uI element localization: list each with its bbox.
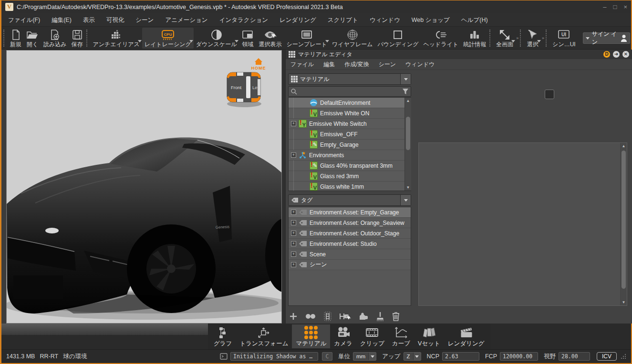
menu-help[interactable]: ヘルプ(H)	[461, 16, 488, 24]
material-row[interactable]: !V Emissive_OFF	[289, 129, 411, 140]
sceneplate-button[interactable]: シーンプレート	[284, 28, 329, 49]
icv-button[interactable]: ICV	[597, 352, 617, 361]
scroll-down-icon[interactable]: ▼	[621, 299, 627, 305]
expand-icon[interactable]: +	[291, 121, 296, 126]
material-editor-titlebar[interactable]: マテリアル エディタ D ➜ ✕	[286, 50, 632, 59]
scrollbar-thumb[interactable]	[622, 151, 626, 289]
toolbar-drag-handle[interactable]	[546, 30, 549, 47]
chevron-down-icon[interactable]	[325, 40, 329, 42]
wireframe-button[interactable]: ワイヤフレーム	[330, 28, 375, 49]
chevron-down-icon[interactable]	[537, 40, 541, 42]
region-button[interactable]: 領域	[239, 28, 256, 49]
raytracing-button[interactable]: CPU レイトレーシング	[142, 28, 194, 49]
material-row[interactable]: + !Y Emissive White Switch	[289, 119, 411, 129]
chevron-down-icon[interactable]	[235, 40, 238, 42]
expand-icon[interactable]: +	[291, 231, 296, 236]
combo-dropdown-button[interactable]	[400, 74, 411, 84]
tag-row[interactable]: + シーン	[289, 260, 411, 270]
material-row[interactable]: DefaultEnvironment	[289, 98, 411, 108]
filter-icon[interactable]	[402, 88, 409, 95]
chevron-down-icon[interactable]	[511, 40, 515, 42]
toolbar-overflow-icon[interactable]: »	[516, 36, 518, 40]
mat-menu-edit[interactable]: 編集	[323, 61, 335, 69]
module-render[interactable]: レンダリング	[444, 324, 488, 348]
scroll-up-icon[interactable]: ▲	[405, 98, 411, 104]
fcp-field[interactable]: 120000.00	[500, 352, 538, 361]
tag-row[interactable]: + Environment Asset: Studio	[289, 239, 411, 249]
mat-menu-scene[interactable]: シーン	[378, 61, 396, 69]
fullscreen-button[interactable]: 全画面	[494, 28, 516, 49]
material-row[interactable]: + Environments	[289, 150, 411, 161]
chevron-down-icon[interactable]	[368, 353, 376, 360]
scroll-down-icon[interactable]: ▼	[405, 184, 411, 191]
menu-webshop[interactable]: Web ショップ	[412, 16, 450, 24]
materials-combo[interactable]: マテリアル	[288, 73, 411, 85]
materials-scrollbar[interactable]: ▲ ▼	[404, 98, 411, 191]
materials-list[interactable]: DefaultEnvironment !V Emissive White ON …	[288, 97, 411, 191]
tags-combo[interactable]: タグ	[288, 194, 411, 206]
save-button[interactable]: 保存	[69, 28, 85, 49]
delete-material-icon[interactable]	[392, 311, 400, 322]
new-button[interactable]: 新規	[8, 28, 24, 49]
tag-row[interactable]: + Environment Asset: Outdoor_Stage	[289, 228, 411, 239]
headlight-button[interactable]: ヘッドライト	[421, 28, 461, 49]
menu-scene[interactable]: シーン	[135, 16, 154, 24]
console-button[interactable]: C	[322, 352, 332, 361]
toolbar-drag-handle[interactable]	[489, 30, 493, 47]
material-row[interactable]: !V Glass white 1mm	[289, 182, 411, 191]
up-axis-select[interactable]: Z	[404, 352, 421, 361]
apply-material-icon[interactable]	[357, 312, 369, 321]
terminal-icon[interactable]	[220, 353, 228, 360]
undock-button[interactable]: ➜	[613, 51, 620, 58]
pin-button[interactable]: D	[603, 51, 610, 58]
module-clip[interactable]: クリップ	[356, 324, 388, 348]
clean-materials-icon[interactable]	[375, 311, 385, 322]
simple-ui-button[interactable]: UI シン…UI	[550, 28, 578, 49]
scroll-up-icon[interactable]: ▲	[621, 143, 627, 149]
resize-grip[interactable]	[621, 354, 626, 359]
tags-list[interactable]: + Environment Asset: Empty_Garage + Envi…	[288, 207, 411, 306]
module-scenegraph[interactable]: グラフ	[210, 324, 236, 348]
expand-icon[interactable]: +	[291, 241, 296, 246]
menu-edit[interactable]: 編集(E)	[52, 16, 72, 24]
toolbar-drag-handle[interactable]	[3, 30, 7, 47]
navigation-cube[interactable]: HOME Front Lef	[225, 55, 269, 109]
panel-close-button[interactable]: ✕	[622, 51, 629, 58]
menu-visualization[interactable]: 可視化	[106, 16, 124, 24]
toolbar-drag-handle[interactable]	[86, 30, 90, 47]
downscale-button[interactable]: ダウンスケール	[194, 28, 239, 49]
chevron-down-icon[interactable]	[413, 353, 421, 360]
combo-dropdown-button[interactable]	[400, 195, 411, 205]
fov-field[interactable]: 28.00	[559, 352, 590, 361]
show-selection-button[interactable]: 選択表示	[256, 28, 284, 49]
add-material-icon[interactable]	[289, 312, 298, 321]
minimize-button[interactable]: –	[603, 3, 606, 10]
maximize-button[interactable]: □	[613, 3, 617, 10]
statistics-button[interactable]: 統計情報	[461, 28, 488, 49]
properties-scrollbar[interactable]: ▲ ▼	[620, 143, 627, 305]
menu-rendering[interactable]: レンダリング	[280, 16, 316, 24]
material-row[interactable]: !V Emissive White ON	[289, 108, 411, 119]
expand-icon[interactable]: +	[291, 252, 296, 257]
preview-swatch[interactable]	[545, 90, 554, 99]
expand-icon[interactable]: +	[291, 220, 296, 225]
expand-icon[interactable]: +	[291, 262, 296, 267]
expand-icon[interactable]: +	[291, 210, 296, 215]
module-curve[interactable]: カーブ	[388, 324, 414, 348]
sign-in-button[interactable]: サイン イン	[583, 32, 630, 44]
import-button[interactable]: 読み込み	[41, 28, 69, 49]
duplicate-material-icon[interactable]	[304, 312, 317, 321]
module-material[interactable]: マテリアル	[292, 324, 330, 348]
module-variant-set[interactable]: Vセット	[414, 324, 444, 348]
ncp-field[interactable]: 2.63	[442, 352, 479, 361]
material-search[interactable]	[288, 86, 411, 97]
menu-view[interactable]: 表示	[83, 16, 95, 24]
module-transform[interactable]: トランスフォーム	[236, 324, 292, 348]
material-row[interactable]: !V Glass red 3mm	[289, 171, 411, 182]
chevron-down-icon[interactable]	[189, 40, 193, 42]
close-button[interactable]: ×	[623, 3, 627, 10]
material-graph-icon[interactable]	[323, 311, 332, 322]
menu-interaction[interactable]: インタラクション	[219, 16, 268, 24]
select-button[interactable]: 選択	[524, 28, 541, 49]
unit-select[interactable]: mm	[353, 352, 376, 361]
